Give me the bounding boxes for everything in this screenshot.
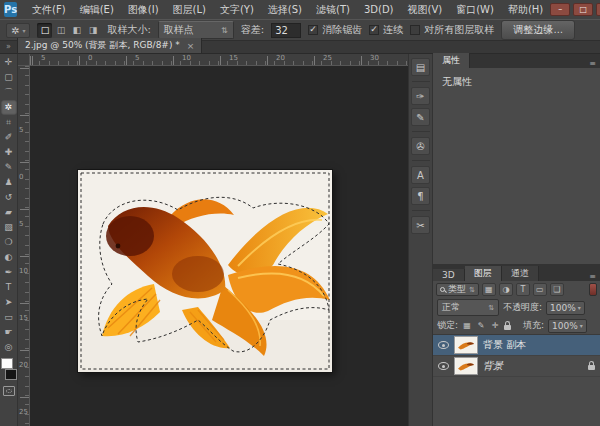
fill-dropdown[interactable]: 100% ▾ xyxy=(548,319,587,333)
tab-properties[interactable]: 属性 xyxy=(433,53,470,68)
lasso-tool-icon[interactable]: ⌒ xyxy=(1,85,17,100)
contiguous-checkbox[interactable] xyxy=(369,25,379,35)
layer-row-background[interactable]: 背景 xyxy=(433,356,600,377)
background-color-swatch[interactable] xyxy=(5,369,17,380)
menu-edit[interactable]: 编辑(E) xyxy=(73,3,121,17)
add-selection-button[interactable]: ◫ xyxy=(53,23,68,38)
menu-help[interactable]: 帮助(H) xyxy=(501,3,550,17)
hand-tool-icon[interactable]: ☛ xyxy=(1,325,17,340)
layer-row-background-copy[interactable]: 背景 副本 xyxy=(433,335,600,356)
sample-all-layers-checkbox-group[interactable]: 对所有图层取样 xyxy=(410,23,494,37)
lock-transparency-icon[interactable]: ▦ xyxy=(462,321,472,330)
contiguous-checkbox-group[interactable]: 连续 xyxy=(369,23,403,37)
magic-wand-tool-icon[interactable]: ✲ xyxy=(1,100,17,115)
properties-panel-body: 无属性 xyxy=(433,68,600,264)
zoom-tool-icon[interactable]: ◎ xyxy=(1,340,17,355)
right-panel-column: 属性 ≡ 无属性 3D 图层 通道 ≡ 类型 ⇅ ▦ ◑ xyxy=(432,54,600,426)
filter-toggle-switch[interactable] xyxy=(589,283,597,296)
document-image[interactable] xyxy=(78,170,332,372)
layer-thumbnail[interactable] xyxy=(454,336,478,354)
tool-presets-panel-icon[interactable]: ✂ xyxy=(411,216,430,234)
menu-3d[interactable]: 3D(D) xyxy=(357,4,401,15)
subtract-selection-button[interactable]: ◧ xyxy=(69,23,84,38)
ruler-corner[interactable] xyxy=(18,54,30,66)
pen-tool-icon[interactable]: ✒ xyxy=(1,265,17,280)
healing-brush-tool-icon[interactable]: ✚ xyxy=(1,145,17,160)
adjustment-filter-icon[interactable]: ◑ xyxy=(499,283,513,296)
brush-presets-panel-icon[interactable]: ✎ xyxy=(411,108,430,126)
menu-type[interactable]: 文字(Y) xyxy=(213,3,261,17)
layer-filter-kind-dropdown[interactable]: 类型 ⇅ xyxy=(436,283,479,296)
character-panel-icon[interactable]: A xyxy=(411,166,430,184)
visibility-eye-icon[interactable] xyxy=(438,362,449,370)
shape-filter-icon[interactable]: ▭ xyxy=(533,283,547,296)
tab-3d[interactable]: 3D xyxy=(433,269,465,281)
marquee-tool-icon[interactable]: ▢ xyxy=(1,70,17,85)
opacity-dropdown[interactable]: 100% ▾ xyxy=(546,301,585,315)
clone-source-panel-icon[interactable]: ✇ xyxy=(411,137,430,155)
vertical-ruler[interactable]: 5 0 5 10 15 20 25 xyxy=(18,66,30,426)
clone-stamp-tool-icon[interactable]: ♟ xyxy=(1,175,17,190)
menu-view[interactable]: 视图(V) xyxy=(401,3,450,17)
anti-alias-checkbox[interactable] xyxy=(308,25,318,35)
vruler-label: 10 xyxy=(19,267,28,275)
menu-image[interactable]: 图像(I) xyxy=(121,3,166,17)
layers-panel-header: 3D 图层 通道 ≡ xyxy=(433,267,600,281)
vruler-label: 5 xyxy=(19,126,23,134)
brush-tool-icon[interactable]: ✎ xyxy=(1,160,17,175)
refine-edge-button[interactable]: 调整边缘… xyxy=(501,20,575,40)
panel-menu-icon[interactable]: ≡ xyxy=(585,272,600,281)
menu-file[interactable]: 文件(F) xyxy=(25,3,73,17)
lock-paint-icon[interactable]: ✎ xyxy=(476,321,486,330)
tab-overflow-icon[interactable]: » xyxy=(0,41,17,53)
foreground-color-swatch[interactable] xyxy=(1,358,13,369)
panel-menu-icon[interactable]: ≡ xyxy=(585,59,600,68)
history-panel-icon[interactable]: ▤ xyxy=(411,58,430,76)
minimize-button[interactable]: – xyxy=(550,3,570,16)
color-swatches xyxy=(1,358,17,380)
tolerance-input[interactable] xyxy=(271,23,301,38)
anti-alias-checkbox-group[interactable]: 消除锯齿 xyxy=(308,23,362,37)
type-filter-icon[interactable]: T xyxy=(516,283,530,296)
hruler-label: 10 xyxy=(182,54,191,62)
maximize-button[interactable]: □ xyxy=(573,3,593,16)
history-brush-tool-icon[interactable]: ↺ xyxy=(1,190,17,205)
lock-position-icon[interactable]: ✛ xyxy=(490,321,500,330)
eraser-tool-icon[interactable]: ▰ xyxy=(1,205,17,220)
blur-tool-icon[interactable]: ❍ xyxy=(1,235,17,250)
horizontal-ruler[interactable]: 5 0 5 10 15 20 25 30 xyxy=(30,54,408,66)
menu-filter[interactable]: 滤镜(T) xyxy=(309,3,357,17)
lock-all-icon[interactable] xyxy=(504,325,511,330)
brush-panel-icon[interactable]: ✑ xyxy=(411,87,430,105)
menu-layer[interactable]: 图层(L) xyxy=(166,3,213,17)
tab-layers[interactable]: 图层 xyxy=(465,266,502,281)
paragraph-panel-icon[interactable]: ¶ xyxy=(411,187,430,205)
visibility-eye-icon[interactable] xyxy=(438,341,449,349)
eyedropper-tool-icon[interactable]: ✐ xyxy=(1,130,17,145)
path-selection-tool-icon[interactable]: ➤ xyxy=(1,295,17,310)
shape-tool-icon[interactable]: ▭ xyxy=(1,310,17,325)
pixel-filter-icon[interactable]: ▦ xyxy=(482,283,496,296)
dodge-tool-icon[interactable]: ◐ xyxy=(1,250,17,265)
close-button[interactable]: ✕ xyxy=(596,3,600,16)
type-tool-icon[interactable]: T xyxy=(1,280,17,295)
tab-close-icon[interactable]: × xyxy=(187,41,195,51)
new-selection-button[interactable]: □ xyxy=(37,23,52,38)
sample-size-dropdown[interactable]: 取样点 ⇅ xyxy=(158,21,234,39)
crop-tool-icon[interactable]: ⌗ xyxy=(1,115,17,130)
tab-channels[interactable]: 通道 xyxy=(502,266,539,281)
move-tool-icon[interactable]: ✛ xyxy=(1,55,17,70)
smart-object-filter-icon[interactable]: ❏ xyxy=(550,283,564,296)
gradient-tool-icon[interactable]: ▧ xyxy=(1,220,17,235)
blend-mode-dropdown[interactable]: 正常 ⇅ xyxy=(437,299,499,316)
menu-select[interactable]: 选择(S) xyxy=(261,3,309,17)
layer-thumbnail[interactable] xyxy=(454,357,478,375)
document-tab[interactable]: 2.jpg @ 50% (背景 副本, RGB/8#) * × xyxy=(17,38,202,53)
menu-window[interactable]: 窗口(W) xyxy=(449,3,501,17)
canvas-area[interactable]: 5 0 5 10 15 20 25 30 5 0 5 10 15 20 25 xyxy=(18,54,408,426)
tool-preset-picker[interactable]: ✲ ▾ xyxy=(6,23,30,38)
intersect-selection-button[interactable]: ◨ xyxy=(85,23,100,38)
quick-mask-button[interactable] xyxy=(3,386,15,396)
sample-all-layers-checkbox[interactable] xyxy=(410,25,420,35)
main-area: ✛ ▢ ⌒ ✲ ⌗ ✐ ✚ ✎ ♟ ↺ ▰ ▧ ❍ ◐ ✒ T ➤ ▭ ☛ ◎ xyxy=(0,54,600,426)
